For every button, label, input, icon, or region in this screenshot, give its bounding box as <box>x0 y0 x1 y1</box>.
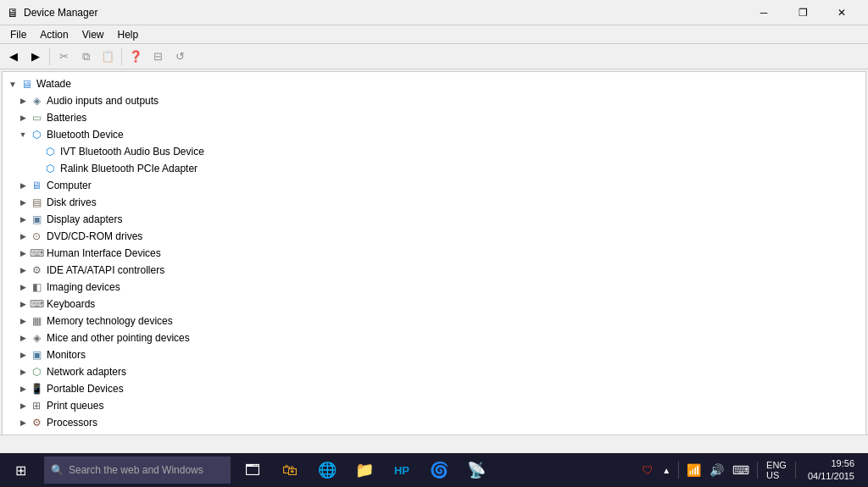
tree-item[interactable]: ▶⬡Network adapters <box>3 363 865 380</box>
item-toggle[interactable]: ▶ <box>16 94 30 108</box>
item-icon: ◈ <box>30 331 43 345</box>
app-icon: 🖥 <box>7 6 19 19</box>
taskbar-app-chrome[interactable]: 🌀 <box>420 453 458 487</box>
tree-item[interactable]: ▶▭Batteries <box>3 109 865 126</box>
taskbar: ⊞ 🔍 Search the web and Windows 🗔 🛍 🌐 📁 H… <box>0 453 868 487</box>
tree-item[interactable]: ▶▤Disk drives <box>3 194 865 211</box>
tree-item[interactable]: ▶⚙Processors <box>3 414 865 431</box>
restore-button[interactable]: ❐ <box>783 0 822 25</box>
toolbar-separator-1 <box>49 48 50 65</box>
item-label: Print queues <box>47 400 103 412</box>
language-badge[interactable]: ENGUS <box>763 460 790 480</box>
item-toggle[interactable]: ▶ <box>16 382 30 396</box>
back-button[interactable]: ◀ <box>3 47 24 67</box>
item-label: Display adapters <box>47 213 122 225</box>
taskbar-app-edge[interactable]: 🌐 <box>309 453 346 487</box>
close-button[interactable]: ✕ <box>822 0 861 25</box>
item-toggle[interactable]: ▼ <box>16 128 30 141</box>
tray-expand-icon[interactable]: ▲ <box>659 464 673 477</box>
tree-item[interactable]: ▶▣Monitors <box>3 346 865 363</box>
item-label: Human Interface Devices <box>47 247 161 259</box>
item-label: Memory technology devices <box>47 315 173 327</box>
item-toggle[interactable]: ▶ <box>16 348 30 362</box>
tray-keyboard-icon[interactable]: ⌨ <box>730 462 752 479</box>
device-tree[interactable]: ▼ 🖥 Watade ▶◈Audio inputs and outputs▶▭B… <box>2 71 866 436</box>
menu-view[interactable]: View <box>75 27 111 42</box>
item-icon: ⬡ <box>30 365 43 379</box>
tray-divider <box>678 462 679 479</box>
item-label: Disk drives <box>47 196 97 208</box>
forward-button[interactable]: ▶ <box>25 47 46 67</box>
item-toggle[interactable]: ▶ <box>16 280 30 294</box>
taskbar-clock[interactable]: 19:56 04/11/2015 <box>801 457 861 484</box>
refresh-button[interactable]: ↺ <box>170 47 190 67</box>
title-bar: 🖥 Device Manager ─ ❐ ✕ <box>0 0 868 25</box>
taskbar-app-task-view[interactable]: 🗔 <box>234 453 271 487</box>
window-controls: ─ ❐ ✕ <box>744 0 861 25</box>
item-toggle[interactable]: ▶ <box>16 111 30 125</box>
taskbar-app-unknown[interactable]: 📡 <box>458 453 495 487</box>
item-label: Network adapters <box>47 366 126 378</box>
start-button[interactable]: ⊞ <box>0 453 41 487</box>
tree-item[interactable]: ⬡IVT Bluetooth Audio Bus Device <box>3 143 865 160</box>
taskbar-search[interactable]: 🔍 Search the web and Windows <box>44 457 231 484</box>
tree-item[interactable]: ▶📱Portable Devices <box>3 380 865 397</box>
paste-button[interactable]: 📋 <box>97 47 118 67</box>
tray-antivirus-icon[interactable]: 🛡 <box>639 462 656 479</box>
menu-action[interactable]: Action <box>33 27 75 42</box>
properties-button[interactable]: ⊟ <box>147 47 168 67</box>
tray-volume-icon[interactable]: 🔊 <box>707 462 726 479</box>
toolbar-separator-2 <box>121 48 122 65</box>
tree-item[interactable]: ▶▣Display adapters <box>3 211 865 228</box>
root-toggle[interactable]: ▼ <box>6 77 19 91</box>
tree-item[interactable]: ▶⌨Human Interface Devices <box>3 245 865 262</box>
tree-item[interactable]: ⬡Ralink Bluetooth PCIe Adapter <box>3 160 865 177</box>
tree-item[interactable]: ▶◧Imaging devices <box>3 279 865 296</box>
item-toggle[interactable]: ▶ <box>16 196 30 209</box>
item-icon: ⊞ <box>30 399 43 412</box>
copy-button[interactable]: ⧉ <box>75 47 96 67</box>
search-icon: 🔍 <box>51 464 64 476</box>
tray-network-icon[interactable]: 📶 <box>684 462 704 479</box>
tree-item[interactable]: ▶⌨Keyboards <box>3 296 865 313</box>
menu-file[interactable]: File <box>3 27 33 42</box>
tree-item[interactable]: ▶🖥Computer <box>3 177 865 194</box>
item-toggle[interactable]: ▶ <box>16 365 30 379</box>
item-label: Batteries <box>47 112 86 124</box>
item-toggle[interactable]: ▶ <box>16 416 30 429</box>
item-toggle[interactable] <box>30 162 43 175</box>
item-toggle[interactable]: ▶ <box>16 263 30 277</box>
item-toggle[interactable]: ▶ <box>16 314 30 328</box>
tree-item[interactable]: ▶◈Mice and other pointing devices <box>3 329 865 346</box>
item-label: Processors <box>47 417 97 429</box>
item-toggle[interactable]: ▶ <box>16 230 30 243</box>
taskbar-app-hp[interactable]: HP <box>383 453 420 487</box>
taskbar-app-store[interactable]: 🛍 <box>271 453 309 487</box>
windows-icon: ⊞ <box>15 462 26 479</box>
item-toggle[interactable]: ▶ <box>16 213 30 226</box>
item-icon: ▣ <box>30 348 43 362</box>
help-button[interactable]: ❓ <box>125 47 146 67</box>
tree-item[interactable]: ▶⚙IDE ATA/ATAPI controllers <box>3 262 865 279</box>
item-toggle[interactable]: ▶ <box>16 297 30 311</box>
item-label: Computer <box>47 180 92 191</box>
item-toggle[interactable]: ▶ <box>16 399 30 412</box>
item-toggle[interactable] <box>30 145 43 158</box>
item-icon: ⌨ <box>30 297 43 311</box>
tree-item[interactable]: ▶⊞Print queues <box>3 397 865 414</box>
tree-root[interactable]: ▼ 🖥 Watade <box>3 75 865 92</box>
item-toggle[interactable]: ▶ <box>16 179 30 192</box>
minimize-button[interactable]: ─ <box>744 0 783 25</box>
tree-item[interactable]: ▼⬡Bluetooth Device <box>3 126 865 143</box>
item-toggle[interactable]: ▶ <box>16 246 30 260</box>
item-toggle[interactable]: ▶ <box>16 331 30 345</box>
item-label: Bluetooth Device <box>47 129 124 141</box>
cut-button[interactable]: ✂ <box>53 47 74 67</box>
item-icon: ▣ <box>30 213 43 226</box>
menu-help[interactable]: Help <box>111 27 146 42</box>
tree-item[interactable]: ▶⊙DVD/CD-ROM drives <box>3 228 865 245</box>
taskbar-app-explorer[interactable]: 📁 <box>346 453 383 487</box>
tree-item[interactable]: ▶◈Audio inputs and outputs <box>3 92 865 109</box>
title-bar-text: Device Manager <box>24 7 744 19</box>
tree-item[interactable]: ▶▦Memory technology devices <box>3 313 865 329</box>
